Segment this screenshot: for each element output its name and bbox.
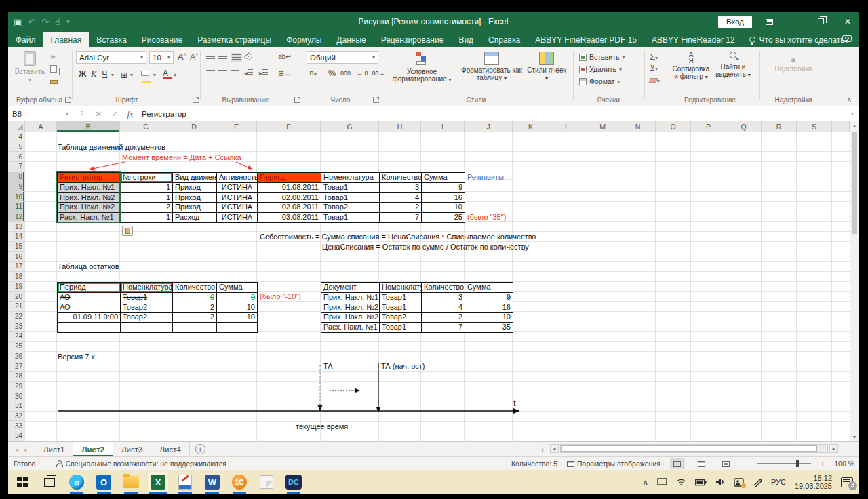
formula-input[interactable]: Регистратор — [138, 106, 846, 121]
table-cell[interactable]: ИСТИНА — [217, 193, 258, 203]
table-cell[interactable]: Приход — [173, 183, 217, 193]
horizontal-scrollbar[interactable]: ⋮ ◂ ▸ — [540, 443, 838, 454]
zoom-level[interactable]: 100 % — [834, 460, 854, 468]
merge-center-icon[interactable]: ⊞↔ — [278, 69, 292, 78]
table-cell[interactable]: 3 — [380, 183, 422, 193]
vertical-scrollbar[interactable]: ▲ ▼ — [850, 121, 859, 441]
table-cell[interactable]: 01.08.2011 — [258, 183, 321, 193]
font-color-dropdown-icon[interactable]: ▾ — [174, 72, 176, 78]
ribbon-tab-4[interactable]: Разметка страницы — [190, 32, 279, 47]
battery-icon[interactable] — [695, 479, 707, 486]
tray-expand-icon[interactable]: ∧ — [643, 478, 648, 487]
notification-icon[interactable]: 4 — [841, 477, 853, 487]
table-cell[interactable]: АО — [58, 293, 121, 303]
borders-icon[interactable]: ⊞ — [121, 70, 127, 80]
ribbon-tab-3[interactable]: Рисование — [134, 32, 190, 47]
table-cell[interactable]: Приход — [173, 203, 217, 213]
ribbon-tab-1[interactable]: Главная — [43, 32, 90, 47]
number-format-select[interactable]: Общий▾ — [307, 51, 378, 64]
zoom-slider-thumb[interactable] — [796, 460, 799, 467]
ribbon-tab-8[interactable]: Вид — [451, 32, 481, 47]
table-header-cell[interactable]: Сумма — [465, 283, 513, 293]
table-cell[interactable]: 10 — [465, 313, 513, 323]
language-indicator[interactable]: РУС — [771, 478, 786, 486]
comma-icon[interactable]: 000 — [340, 70, 351, 77]
delete-cells-button[interactable]: Удалить▾ — [579, 65, 622, 73]
table-cell[interactable]: 10 — [217, 313, 258, 323]
conditional-formatting-button[interactable]: Условное форматирование ▾ — [388, 52, 456, 83]
table-cell[interactable]: 0 — [173, 293, 217, 303]
table-header-cell[interactable]: Количество — [380, 173, 422, 183]
table-cell[interactable]: Товар2 — [121, 302, 173, 313]
column-header-G[interactable]: G — [321, 121, 379, 132]
zoom-out-button[interactable]: − — [743, 460, 747, 468]
column-header-O[interactable]: O — [656, 121, 691, 132]
start-button[interactable] — [12, 472, 33, 492]
table-header-cell[interactable]: Документ — [321, 283, 380, 293]
signin-button[interactable]: Вход — [718, 16, 752, 28]
close-button[interactable]: ✕ — [841, 17, 854, 26]
wifi-icon[interactable] — [676, 478, 686, 486]
decrease-indent-icon[interactable]: ◂ — [244, 69, 253, 77]
table-cell[interactable]: 02.08.2011 — [258, 203, 321, 213]
cell-styles-button[interactable]: Стили ячеек ▾ — [526, 52, 567, 82]
fill-icon[interactable]: ⊻▾ — [650, 64, 658, 73]
font-color-icon[interactable]: А — [163, 68, 172, 79]
rests-table-right[interactable]: ДокументНоменклатуКоличествоСуммаПрих. Н… — [321, 282, 513, 333]
column-header-B[interactable]: B — [57, 121, 120, 132]
table-cell[interactable]: 2 — [173, 302, 217, 313]
table-cell[interactable]: 01.09.11 0:00 — [58, 313, 121, 323]
taskbar-1c[interactable]: 1С — [229, 472, 250, 492]
table-cell[interactable]: Товар1 — [380, 323, 422, 333]
table-cell[interactable]: 2 — [173, 313, 217, 323]
accessibility-status[interactable]: Специальные возможности: не поддерживают… — [56, 460, 226, 468]
paste-options-button[interactable] — [122, 226, 133, 236]
align-top-icon[interactable] — [206, 53, 215, 61]
table-cell[interactable]: Товар2 — [380, 313, 422, 323]
table-cell[interactable]: Товар1 — [321, 193, 380, 203]
view-normal-button[interactable] — [670, 458, 685, 469]
table-cell[interactable]: 2 — [422, 313, 465, 323]
ribbon-collapse-icon[interactable]: ∧ — [847, 96, 852, 103]
table-cell[interactable]: 9 — [422, 183, 465, 193]
format-as-table-button[interactable]: Форматировать как таблицу ▾ — [460, 52, 524, 82]
table-cell[interactable]: 1 — [121, 213, 173, 223]
table-header-cell[interactable]: Период — [258, 173, 321, 183]
table-header-cell[interactable]: Активность — [217, 173, 258, 183]
number-dialog-launcher[interactable] — [373, 97, 379, 103]
ribbon-tab-5[interactable]: Формулы — [279, 32, 329, 47]
view-page-break-button[interactable] — [719, 458, 734, 469]
table-cell[interactable]: Товар1 — [321, 183, 380, 193]
table-cell[interactable]: 2 — [380, 203, 422, 213]
table-header-cell[interactable]: Номенклатура — [121, 283, 173, 293]
taskbar-acrobat[interactable]: DC — [283, 472, 304, 492]
align-left-icon[interactable] — [206, 69, 215, 77]
table-cell[interactable]: 7 — [380, 213, 422, 223]
underline-dropdown-icon[interactable]: ▾ — [111, 72, 114, 78]
copy-icon[interactable] — [50, 65, 57, 73]
taskbar-notes[interactable] — [256, 472, 277, 492]
table-cell[interactable]: Прих. Накл. №2 — [58, 203, 121, 213]
column-header-I[interactable]: I — [421, 121, 465, 132]
ribbon-tab-6[interactable]: Данные — [329, 32, 373, 47]
align-bottom-icon[interactable] — [231, 53, 242, 62]
table-cell[interactable]: Прих. Накл. №1 — [58, 183, 121, 193]
view-page-layout-button[interactable] — [694, 458, 709, 469]
column-header-A[interactable]: A — [25, 121, 57, 132]
volume-icon[interactable] — [715, 478, 725, 486]
column-header-C[interactable]: C — [120, 121, 172, 132]
column-header-S[interactable]: S — [797, 121, 832, 132]
italic-button[interactable]: К — [91, 69, 96, 79]
table-cell[interactable]: 02.08.2011 — [258, 193, 321, 203]
taskbar-edge[interactable]: e — [66, 472, 87, 492]
fx-icon[interactable]: fx — [123, 106, 138, 121]
hscroll-grip[interactable]: ⋮ — [540, 445, 546, 452]
rests-table-left[interactable]: ПериодНоменклатураКоличествоСуммаАОТовар… — [57, 282, 258, 333]
table-cell[interactable]: 4 — [422, 302, 465, 313]
sheet-tab-Лист3[interactable]: Лист3 — [113, 442, 151, 456]
font-dialog-launcher[interactable] — [193, 97, 199, 103]
column-header-J[interactable]: J — [465, 121, 513, 132]
table-cell[interactable]: 7 — [422, 323, 465, 333]
ribbon-tab-0[interactable]: Файл — [8, 32, 43, 47]
table-cell[interactable]: 9 — [465, 293, 513, 303]
